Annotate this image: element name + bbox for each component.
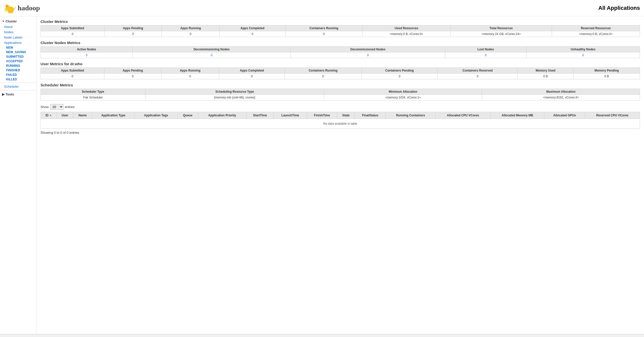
th-allocated-memory-mb[interactable]: Allocated Memory MB bbox=[491, 112, 544, 119]
applications-table: ID ▼ User Name Application Type Applicat… bbox=[41, 112, 640, 129]
sidebar-item-submitted[interactable]: SUBMITTED bbox=[0, 54, 36, 59]
val-user-containers-pending: 0 bbox=[361, 74, 437, 79]
th-application-priority[interactable]: Application Priority bbox=[198, 112, 246, 119]
col-user-memory-used: Memory Used bbox=[518, 68, 574, 74]
user-metrics-table: Apps Submitted Apps Pending Apps Running… bbox=[41, 68, 640, 79]
col-minimum-allocation: Minimum Allocation bbox=[324, 89, 482, 95]
col-active-nodes: Active Nodes bbox=[41, 47, 133, 52]
sidebar-divider-2 bbox=[0, 90, 36, 90]
entries-select[interactable]: 10 20 50 100 bbox=[50, 104, 63, 110]
cluster-nodes-metrics-title: Cluster Nodes Metrics bbox=[41, 41, 640, 45]
logo-area: hadoop bbox=[4, 2, 40, 14]
val-user-apps-pending: 0 bbox=[104, 74, 161, 79]
val-apps-submitted: 0 bbox=[41, 31, 105, 37]
col-user-containers-reserved: Containers Reserved bbox=[438, 68, 518, 74]
sidebar-item-killed[interactable]: KILLED bbox=[0, 77, 36, 82]
val-apps-completed: 0 bbox=[220, 31, 285, 37]
val-user-apps-running: 0 bbox=[161, 74, 219, 79]
col-user-containers-pending: Containers Pending bbox=[361, 68, 437, 74]
th-reserved-cpu-vcores[interactable]: Reserved CPU VCores bbox=[585, 112, 640, 119]
col-unhealthy-nodes: Unhealthy Nodes bbox=[526, 47, 640, 52]
th-queue[interactable]: Queue bbox=[177, 112, 198, 119]
col-total-resources: Total Resources bbox=[451, 25, 552, 31]
th-launch-time[interactable]: LaunchTime bbox=[274, 112, 307, 119]
sidebar-item-node-labels[interactable]: Node Labels bbox=[0, 35, 36, 40]
val-scheduling-resource-type: [memory-mb (unit=Mi), vcores] bbox=[145, 95, 324, 100]
val-total-resources: <memory:24 GB, vCores:24> bbox=[451, 31, 552, 37]
user-metrics-title: User Metrics for dr.who bbox=[41, 62, 640, 66]
col-user-containers-running: Containers Running bbox=[285, 68, 362, 74]
sidebar-divider bbox=[0, 83, 36, 83]
val-lost-nodes[interactable]: 0 bbox=[445, 52, 526, 58]
sidebar-item-new-saving[interactable]: NEW_SAVING bbox=[0, 50, 36, 54]
hadoop-logo-icon bbox=[4, 2, 16, 14]
th-finish-time[interactable]: FinishTime bbox=[307, 112, 337, 119]
cluster-nodes-metrics-table: Active Nodes Decommissioning Nodes Decom… bbox=[41, 46, 640, 58]
sidebar-item-finished[interactable]: FINISHED bbox=[0, 68, 36, 73]
sidebar-item-new[interactable]: NEW bbox=[0, 45, 36, 50]
val-active-nodes[interactable]: 3 bbox=[41, 52, 133, 58]
val-user-apps-submitted: 0 bbox=[41, 74, 104, 79]
col-reserved-resources: Reserved Resources bbox=[552, 25, 640, 31]
val-used-resources: <memory:0 B, vCores:0> bbox=[363, 31, 451, 37]
col-user-apps-completed: Apps Completed bbox=[219, 68, 285, 74]
th-id[interactable]: ID ▼ bbox=[41, 112, 57, 119]
show-entries-control: Show 10 20 50 100 entries bbox=[41, 104, 640, 110]
col-decommissioning-nodes: Decommissioning Nodes bbox=[132, 47, 291, 52]
col-maximum-allocation: Maximum Allocation bbox=[482, 89, 640, 95]
col-user-apps-submitted: Apps Submitted bbox=[41, 68, 104, 74]
th-state[interactable]: State bbox=[337, 112, 355, 119]
sidebar-item-scheduler[interactable]: Scheduler bbox=[0, 84, 36, 89]
sort-arrow-icon: ▼ bbox=[49, 114, 52, 117]
sidebar-item-accepted[interactable]: ACCEPTED bbox=[0, 59, 36, 63]
col-user-apps-running: Apps Running bbox=[161, 68, 219, 74]
tools-label: Tools bbox=[6, 92, 14, 96]
col-apps-pending: Apps Pending bbox=[104, 25, 162, 31]
val-user-apps-completed: 0 bbox=[219, 74, 285, 79]
th-allocated-gpus[interactable]: Allocated GPUs bbox=[544, 112, 585, 119]
sidebar-item-running[interactable]: RUNNING bbox=[0, 63, 36, 68]
val-user-memory-pending: 0 B bbox=[574, 74, 640, 79]
th-running-containers[interactable]: Running Containers bbox=[386, 112, 435, 119]
main-content: Cluster Metrics Apps Submitted Apps Pend… bbox=[36, 16, 644, 334]
th-user[interactable]: User bbox=[57, 112, 73, 119]
val-user-containers-reserved: 0 bbox=[438, 74, 518, 79]
th-application-tags[interactable]: Application Tags bbox=[135, 112, 177, 119]
sidebar-item-nodes[interactable]: Nodes bbox=[0, 29, 36, 35]
val-minimum-allocation: <memory:1024, vCores:1> bbox=[324, 95, 482, 100]
cluster-metrics-table: Apps Submitted Apps Pending Apps Running… bbox=[41, 25, 640, 37]
sidebar-item-about[interactable]: About bbox=[0, 24, 36, 29]
val-decommissioned-nodes[interactable]: 0 bbox=[291, 52, 445, 58]
logo-text: hadoop bbox=[18, 4, 40, 12]
val-unhealthy-nodes[interactable]: 0 bbox=[526, 52, 640, 58]
cluster-metrics-title: Cluster Metrics bbox=[41, 19, 640, 24]
th-allocated-cpu-vcores[interactable]: Allocated CPU VCores bbox=[435, 112, 490, 119]
sidebar-item-applications[interactable]: Applications bbox=[0, 40, 36, 45]
tools-section-header[interactable]: ▶ Tools bbox=[0, 91, 36, 97]
scrollbar[interactable] bbox=[0, 334, 644, 337]
no-data-message: No data available in table bbox=[41, 119, 640, 129]
th-application-type[interactable]: Application Type bbox=[92, 112, 135, 119]
col-scheduler-type: Scheduler Type bbox=[41, 89, 145, 95]
col-apps-running: Apps Running bbox=[162, 25, 219, 31]
th-start-time[interactable]: StartTime bbox=[246, 112, 274, 119]
col-user-memory-pending: Memory Pending bbox=[574, 68, 640, 74]
entries-label: entries bbox=[65, 105, 75, 109]
col-decommissioned-nodes: Decommissioned Nodes bbox=[291, 47, 445, 52]
val-apps-running: 0 bbox=[162, 31, 219, 37]
th-final-status[interactable]: FinalStatus bbox=[355, 112, 386, 119]
svg-rect-6 bbox=[10, 12, 11, 13]
col-lost-nodes: Lost Nodes bbox=[445, 47, 526, 52]
page-title: All Applications bbox=[598, 5, 640, 11]
th-name[interactable]: Name bbox=[73, 112, 92, 119]
val-decommissioning-nodes[interactable]: 0 bbox=[132, 52, 291, 58]
sidebar-item-failed[interactable]: FAILED bbox=[0, 73, 36, 77]
val-user-containers-running: 0 bbox=[285, 74, 362, 79]
val-reserved-resources: <memory:0 B, vCores:0> bbox=[552, 31, 640, 37]
val-user-memory-used: 0 B bbox=[518, 74, 574, 79]
cluster-section-header[interactable]: ▼ Cluster bbox=[0, 18, 36, 24]
scheduler-metrics-title: Scheduler Metrics bbox=[41, 83, 640, 87]
layout: ▼ Cluster About Nodes Node Labels Applic… bbox=[0, 16, 644, 334]
val-apps-pending: 0 bbox=[104, 31, 162, 37]
col-apps-submitted: Apps Submitted bbox=[41, 25, 105, 31]
